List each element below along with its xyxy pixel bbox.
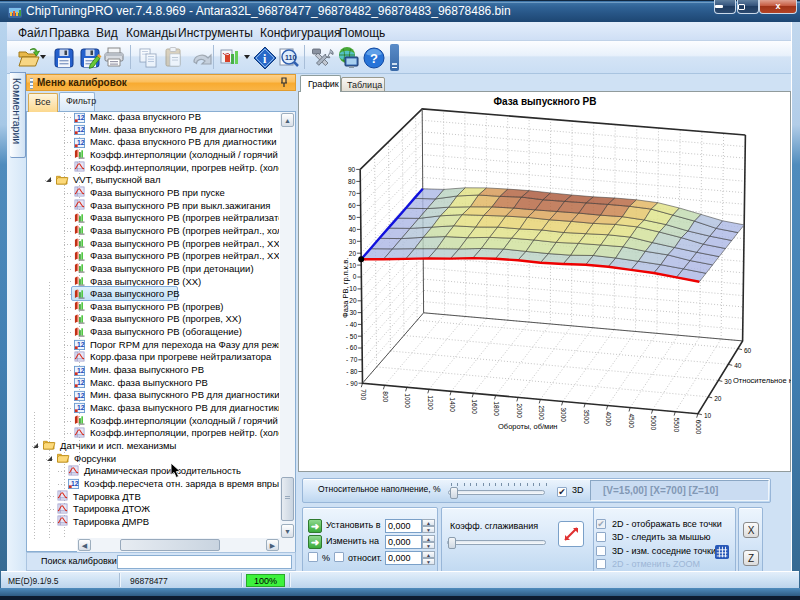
svg-text:- 70: - 70 <box>346 356 358 363</box>
svg-text:4000: 4000 <box>605 412 612 427</box>
svg-text:12: 12 <box>77 341 85 348</box>
svg-text:40: 40 <box>349 226 357 233</box>
svg-text:- 50: - 50 <box>346 333 358 340</box>
svg-text:12: 12 <box>77 392 85 399</box>
svg-text:1600: 1600 <box>471 399 478 414</box>
svg-text:700: 700 <box>360 389 367 400</box>
svg-text:12: 12 <box>77 113 85 120</box>
svg-text:12: 12 <box>77 139 85 146</box>
svg-text:1000: 1000 <box>404 393 411 408</box>
svg-text:12: 12 <box>77 126 85 133</box>
svg-text:2500: 2500 <box>538 405 545 420</box>
svg-text:5500: 5500 <box>673 418 680 433</box>
svg-text:12: 12 <box>77 366 85 373</box>
svg-text:70: 70 <box>348 190 356 197</box>
svg-text:1200: 1200 <box>427 395 434 410</box>
svg-text:30: 30 <box>724 378 732 385</box>
svg-text:- 80: - 80 <box>346 368 358 375</box>
svg-text:4500: 4500 <box>628 414 635 429</box>
svg-text:3000: 3000 <box>560 407 567 422</box>
svg-text:50: 50 <box>348 214 356 221</box>
svg-text:- 90: - 90 <box>346 380 358 387</box>
svg-text:60: 60 <box>744 347 752 354</box>
svg-text:12: 12 <box>77 379 85 386</box>
svg-text:60: 60 <box>348 202 356 209</box>
svg-text:110: 110 <box>285 54 296 61</box>
svg-text:10: 10 <box>704 412 712 419</box>
svg-text:2000: 2000 <box>516 403 523 418</box>
svg-text:- 40: - 40 <box>346 321 358 328</box>
svg-text:40: 40 <box>734 362 742 369</box>
svg-text:12: 12 <box>77 404 85 411</box>
svg-text:30: 30 <box>349 238 357 245</box>
svg-text:10: 10 <box>349 262 357 269</box>
svg-text:5000: 5000 <box>650 416 657 431</box>
svg-text:20: 20 <box>349 250 357 257</box>
svg-text:1800: 1800 <box>493 401 500 416</box>
svg-text:20: 20 <box>714 395 722 402</box>
svg-text:6000: 6000 <box>695 420 702 435</box>
svg-text:- 60: - 60 <box>346 344 358 351</box>
svg-text:800: 800 <box>382 391 389 402</box>
svg-text:12: 12 <box>71 480 79 487</box>
svg-text:?: ? <box>370 51 378 66</box>
svg-text:0: 0 <box>353 273 357 280</box>
svg-text:80: 80 <box>348 178 356 185</box>
svg-text:3500: 3500 <box>583 409 590 424</box>
svg-text:90: 90 <box>348 166 356 173</box>
svg-text:1400: 1400 <box>449 397 456 412</box>
